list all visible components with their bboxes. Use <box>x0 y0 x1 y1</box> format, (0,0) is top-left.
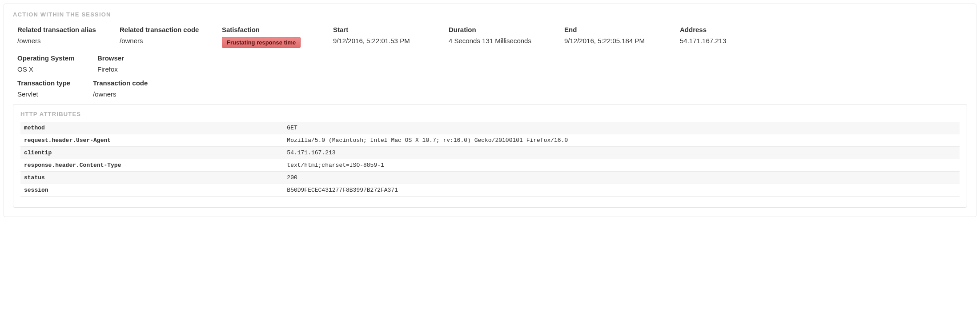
table-row: status 200 <box>20 172 960 184</box>
attr-key: status <box>20 172 283 184</box>
field-related-code: Related transaction code /owners <box>120 26 209 44</box>
label-tx-code: Transaction code <box>93 79 155 87</box>
label-satisfaction: Satisfaction <box>222 26 320 33</box>
value-related-alias: /owners <box>17 37 106 44</box>
table-row: clientip 54.171.167.213 <box>20 147 960 159</box>
label-end: End <box>564 26 667 33</box>
attr-key: response.header.Content-Type <box>20 159 283 172</box>
attr-value: Mozilla/5.0 (Macintosh; Intel Mac OS X 1… <box>283 134 960 147</box>
attr-value: 54.171.167.213 <box>283 147 960 159</box>
value-address: 54.171.167.213 <box>680 37 751 44</box>
field-tx-code: Transaction code /owners <box>93 79 155 98</box>
field-end: End 9/12/2016, 5:22:05.184 PM <box>564 26 667 44</box>
value-related-code: /owners <box>120 37 209 44</box>
field-related-alias: Related transaction alias /owners <box>17 26 106 44</box>
field-address: Address 54.171.167.213 <box>680 26 751 44</box>
attr-value: GET <box>283 122 960 134</box>
action-session-panel: ACTION WITHIN THE SESSION Related transa… <box>4 4 976 217</box>
value-duration: 4 Seconds 131 Milliseconds <box>449 37 551 44</box>
label-tx-type: Transaction type <box>17 79 80 87</box>
satisfaction-badge: Frustating response time <box>222 37 301 48</box>
label-duration: Duration <box>449 26 551 33</box>
attr-value: text/html;charset=ISO-8859-1 <box>283 159 960 172</box>
label-browser: Browser <box>97 54 146 62</box>
field-tx-type: Transaction type Servlet <box>17 79 80 98</box>
label-related-code: Related transaction code <box>120 26 209 33</box>
attr-value: B50D9FECEC431277F8B3997B272FA371 <box>283 184 960 197</box>
attr-key: request.header.User-Agent <box>20 134 283 147</box>
attr-key: session <box>20 184 283 197</box>
table-row: response.header.Content-Type text/html;c… <box>20 159 960 172</box>
fields-grid: Related transaction alias /owners Relate… <box>17 26 967 98</box>
label-os: Operating System <box>17 54 84 62</box>
value-tx-code: /owners <box>93 90 155 98</box>
value-tx-type: Servlet <box>17 90 80 98</box>
summary-row-2: Operating System OS X Browser Firefox <box>17 54 967 73</box>
value-os: OS X <box>17 65 84 73</box>
table-row: session B50D9FECEC431277F8B3997B272FA371 <box>20 184 960 197</box>
label-address: Address <box>680 26 751 33</box>
attr-value: 200 <box>283 172 960 184</box>
http-attributes-panel: HTTP ATTRIBUTES method GET request.heade… <box>13 104 967 208</box>
panel-title: ACTION WITHIN THE SESSION <box>13 11 967 18</box>
field-os: Operating System OS X <box>17 54 84 73</box>
label-start: Start <box>333 26 435 33</box>
http-attributes-title: HTTP ATTRIBUTES <box>20 111 960 117</box>
table-row: method GET <box>20 122 960 134</box>
table-row: request.header.User-Agent Mozilla/5.0 (M… <box>20 134 960 147</box>
value-browser: Firefox <box>97 65 146 73</box>
field-duration: Duration 4 Seconds 131 Milliseconds <box>449 26 551 44</box>
http-attributes-table: method GET request.header.User-Agent Moz… <box>20 122 960 197</box>
label-related-alias: Related transaction alias <box>17 26 106 33</box>
value-start: 9/12/2016, 5:22:01.53 PM <box>333 37 435 44</box>
attr-key: method <box>20 122 283 134</box>
attr-key: clientip <box>20 147 283 159</box>
field-browser: Browser Firefox <box>97 54 146 73</box>
field-start: Start 9/12/2016, 5:22:01.53 PM <box>333 26 435 44</box>
value-satisfaction: Frustating response time <box>222 37 320 48</box>
value-end: 9/12/2016, 5:22:05.184 PM <box>564 37 667 44</box>
field-satisfaction: Satisfaction Frustating response time <box>222 26 320 48</box>
summary-row-3: Transaction type Servlet Transaction cod… <box>17 79 967 98</box>
summary-row-1: Related transaction alias /owners Relate… <box>17 26 967 48</box>
